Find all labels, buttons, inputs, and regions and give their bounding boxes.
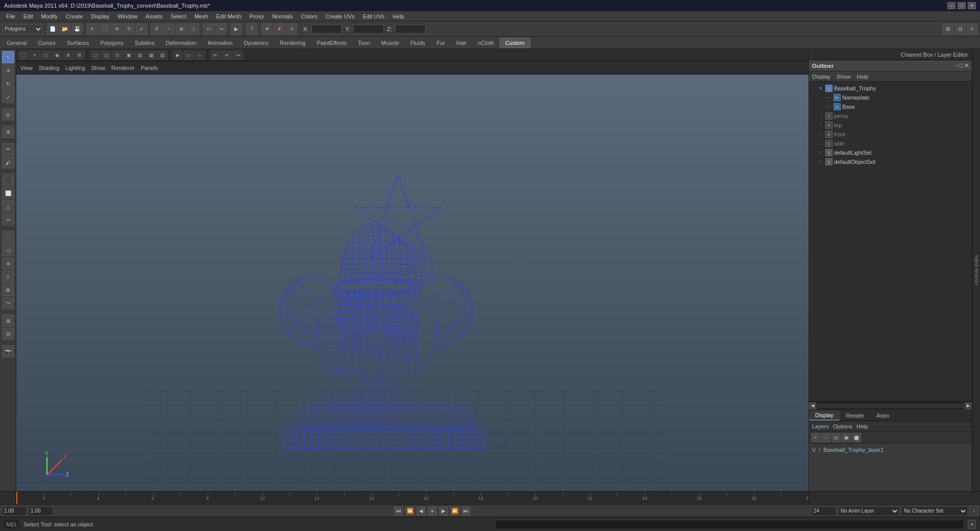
new-layer-button[interactable]: + — [811, 433, 820, 442]
menu-create[interactable]: Create — [62, 12, 87, 20]
select-arrow-button[interactable]: ↖ — [2, 51, 14, 63]
vp-option3[interactable]: ⊡ — [112, 51, 122, 60]
menu-proxy[interactable]: Proxy — [246, 12, 268, 20]
split-poly-button[interactable]: △ — [2, 200, 14, 212]
frame-display-input[interactable] — [812, 506, 836, 516]
menu-file[interactable]: File — [2, 12, 19, 20]
minimize-button[interactable]: − — [947, 2, 955, 9]
vp-option9[interactable]: ⊶ — [233, 51, 243, 60]
light3-button[interactable]: ☀ — [286, 23, 297, 35]
bend-button[interactable]: ⌒ — [2, 231, 14, 243]
flare-button[interactable]: ◁ — [2, 244, 14, 256]
tab-custom[interactable]: Custom — [500, 38, 530, 48]
tree-item-base[interactable]: — M Base — [811, 102, 970, 111]
vp-select-camera[interactable]: ⛶ — [18, 51, 29, 60]
menu-select[interactable]: Select — [166, 12, 190, 20]
snap-curve-button[interactable]: ~ — [163, 23, 175, 35]
layer-menu-layers[interactable]: Layers — [812, 423, 829, 429]
vp-menu-view[interactable]: View — [20, 65, 33, 71]
layer-visibility[interactable]: V — [812, 447, 816, 453]
outliner-menu-show[interactable]: Show — [837, 74, 851, 80]
outliner-minimize[interactable]: − — [955, 62, 959, 69]
vp-menu-show[interactable]: Show — [91, 65, 106, 71]
sine-button[interactable]: ≋ — [2, 257, 14, 270]
tab-surfaces[interactable]: Surfaces — [61, 38, 94, 48]
tree-item-default-light-set[interactable]: ○ S defaultLightSet — [811, 148, 970, 157]
render-button[interactable]: ▶ — [231, 23, 242, 35]
lasso-tool-button[interactable]: ⬚ — [99, 23, 110, 35]
tab-rendering[interactable]: Rendering — [274, 38, 311, 48]
outliner-scroll-right[interactable]: ▶ — [965, 402, 972, 409]
vp-menu-shading[interactable]: Shading — [39, 65, 59, 71]
vp-playback2[interactable]: ▹ — [195, 51, 205, 60]
squash-button[interactable]: ◊ — [2, 271, 14, 283]
soft-select-button[interactable]: ◎ — [2, 108, 14, 120]
char-set-dropdown[interactable]: No Character Set — [901, 506, 968, 516]
cut-face-button[interactable]: ✂ — [2, 213, 14, 226]
paint-button[interactable]: 🖌 — [2, 156, 14, 168]
timeline-ruler[interactable]: 124681012141618202224262830 — [16, 492, 808, 505]
vp-option2[interactable]: ⊞ — [75, 51, 85, 60]
undo-button[interactable]: ↩ — [203, 23, 214, 35]
tab-fur[interactable]: Fur — [431, 38, 451, 48]
tab-fluids[interactable]: Fluids — [405, 38, 431, 48]
command-input[interactable] — [495, 520, 964, 529]
select-tool-button[interactable]: ↖ — [87, 23, 98, 35]
start-frame-input[interactable] — [2, 506, 27, 516]
snap-view-button[interactable]: □ — [188, 23, 199, 35]
step-back-button[interactable]: ⏪ — [405, 506, 414, 516]
open-file-button[interactable]: 📂 — [59, 23, 70, 35]
menu-window[interactable]: Window — [113, 12, 141, 20]
menu-assets[interactable]: Assets — [141, 12, 166, 20]
snap-point-button[interactable]: ⊕ — [176, 23, 187, 35]
tree-item-top[interactable]: ○ C top — [811, 120, 970, 130]
y-input[interactable] — [353, 25, 384, 34]
vp-show-grid[interactable]: # — [30, 51, 40, 60]
menu-edit-mesh[interactable]: Edit Mesh — [212, 12, 246, 20]
play-back-button[interactable]: ◀ — [416, 506, 426, 516]
menu-modify[interactable]: Modify — [37, 12, 62, 20]
vp-option7[interactable]: ▧ — [157, 51, 167, 60]
light1-button[interactable]: ☀ — [261, 23, 273, 35]
rotate-tool-button[interactable]: ↻ — [124, 23, 135, 35]
move-tool-button[interactable]: ✛ — [111, 23, 122, 35]
menu-normals[interactable]: Normals — [268, 12, 297, 20]
vp-option5[interactable]: ▤ — [135, 51, 145, 60]
close-button[interactable]: ✕ — [968, 2, 976, 9]
layer-option3[interactable]: ⬤ — [852, 433, 861, 442]
vp-option4[interactable]: ▣ — [124, 51, 134, 60]
cluster-button[interactable]: ⊞ — [2, 315, 14, 327]
play-forward-button[interactable]: ▶ — [439, 506, 448, 516]
vp-option6[interactable]: ▦ — [146, 51, 156, 60]
command-mode-label[interactable]: MEL — [4, 520, 19, 528]
jiggle-button[interactable]: ⊟ — [2, 328, 14, 340]
3d-viewport[interactable]: X Y Z — [16, 75, 808, 491]
tree-item-side[interactable]: ○ C side — [811, 139, 970, 148]
vp-option1[interactable]: ⊕ — [63, 51, 74, 60]
maximize-button[interactable]: □ — [958, 2, 966, 9]
vp-xray[interactable]: ◫ — [101, 51, 111, 60]
extrude-button[interactable]: ⬛ — [2, 174, 14, 186]
go-to-end-button[interactable]: ⏭ — [461, 506, 471, 516]
redo-button[interactable]: ↪ — [215, 23, 227, 35]
x-input[interactable] — [311, 25, 342, 34]
tree-item-baseball-trophy[interactable]: ▼ G Baseball_Trophy — [811, 84, 970, 93]
vp-menu-renderer[interactable]: Renderer — [111, 65, 135, 71]
vp-option8[interactable]: ⊲ — [222, 51, 232, 60]
tab-dynamics[interactable]: Dynamics — [238, 38, 274, 48]
snap-grid-button[interactable]: # — [151, 23, 162, 35]
tab-hair[interactable]: Hair — [451, 38, 472, 48]
menu-display[interactable]: Display — [87, 12, 113, 20]
vp-render-icon[interactable]: ▶ — [173, 51, 183, 60]
layer-menu-help[interactable]: Help — [856, 423, 868, 429]
tab-polygons[interactable]: Polygons — [94, 38, 129, 48]
outliner-close[interactable]: ✕ — [964, 62, 969, 69]
show-manip-button[interactable]: ⊕ — [2, 126, 14, 138]
z-input[interactable] — [395, 25, 426, 34]
light2-button[interactable]: ☀ — [274, 23, 285, 35]
delete-layer-button[interactable]: − — [821, 433, 830, 442]
tree-item-front[interactable]: ○ C front — [811, 130, 970, 139]
menu-edit[interactable]: Edit — [19, 12, 37, 20]
camera-button[interactable]: 📷 — [2, 345, 14, 357]
tab-subdivs[interactable]: Subdivs — [129, 38, 160, 48]
